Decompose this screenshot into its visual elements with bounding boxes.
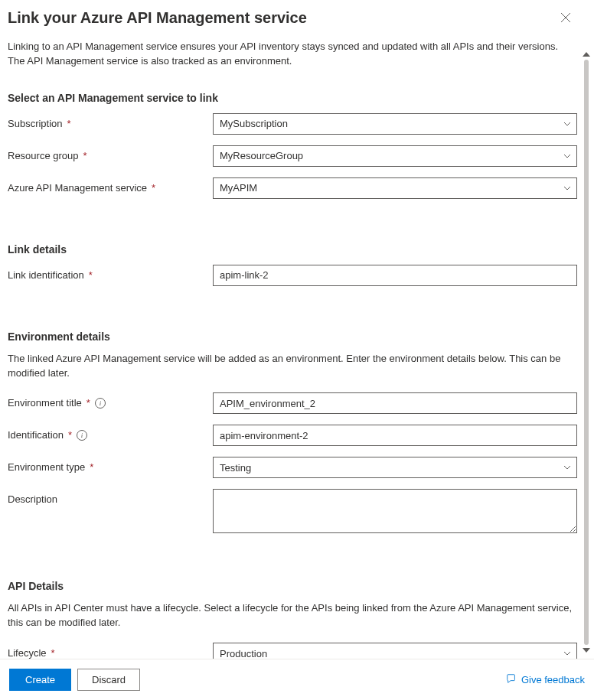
- resource-group-value: MyResourceGroup: [220, 150, 303, 161]
- description-textarea[interactable]: [213, 489, 577, 533]
- scroll-track[interactable]: [584, 60, 589, 645]
- dialog-pane: Link your Azure API Management service L…: [8, 0, 577, 654]
- header: Link your Azure API Management service: [8, 8, 577, 29]
- create-button[interactable]: Create: [9, 669, 71, 691]
- required-marker: *: [51, 647, 55, 659]
- resource-group-select[interactable]: MyResourceGroup: [213, 145, 577, 167]
- row-env-type: Environment type* Testing: [8, 457, 577, 478]
- info-icon[interactable]: i: [95, 398, 106, 409]
- row-link-identification: Link identification*: [8, 265, 577, 286]
- env-title-label: Environment title* i: [8, 392, 213, 409]
- discard-button[interactable]: Discard: [77, 669, 140, 691]
- scroll-down-icon[interactable]: [583, 648, 590, 653]
- required-marker: *: [67, 118, 71, 129]
- required-marker: *: [89, 269, 93, 281]
- footer-actions: Create Discard: [9, 669, 140, 691]
- chevron-down-icon: [563, 463, 572, 472]
- section-select-heading: Select an API Management service to link: [8, 92, 577, 104]
- close-icon: [560, 13, 571, 25]
- scrollbar[interactable]: [582, 52, 591, 653]
- identification-label: Identification* i: [8, 425, 213, 441]
- section-api-desc: All APIs in API Center must have a lifec…: [8, 601, 577, 630]
- apim-service-label: Azure API Management service*: [8, 177, 213, 194]
- env-title-input[interactable]: [213, 392, 577, 414]
- section-env-heading: Environment details: [8, 330, 577, 343]
- section-env-desc: The linked Azure API Management service …: [8, 352, 577, 381]
- row-resource-group: Resource group* MyResourceGroup: [8, 145, 577, 167]
- apim-service-select[interactable]: MyAPIM: [213, 177, 577, 199]
- page-title: Link your Azure API Management service: [8, 9, 307, 27]
- row-description: Description: [8, 489, 577, 536]
- give-feedback-link[interactable]: Give feedback: [506, 673, 585, 686]
- chevron-down-icon: [563, 151, 572, 161]
- chevron-down-icon: [563, 649, 572, 658]
- required-marker: *: [86, 397, 90, 409]
- row-identification: Identification* i: [8, 425, 577, 446]
- row-subscription: Subscription* MySubscription: [8, 113, 577, 135]
- close-button[interactable]: [556, 8, 576, 29]
- subscription-select[interactable]: MySubscription: [213, 113, 577, 135]
- lifecycle-label: Lifecycle*: [8, 643, 213, 659]
- required-marker: *: [83, 150, 87, 161]
- link-identification-input[interactable]: [213, 265, 577, 286]
- description-label: Description: [8, 489, 213, 505]
- env-type-value: Testing: [220, 462, 251, 474]
- section-link-heading: Link details: [8, 243, 577, 256]
- apim-service-value: MyAPIM: [220, 182, 257, 194]
- row-env-title: Environment title* i: [8, 392, 577, 414]
- subscription-label: Subscription*: [8, 113, 213, 129]
- feedback-icon: [506, 673, 517, 686]
- identification-input[interactable]: [213, 425, 577, 446]
- scroll-up-icon[interactable]: [583, 52, 590, 57]
- lifecycle-value: Production: [220, 648, 267, 659]
- footer: Create Discard Give feedback: [0, 659, 594, 700]
- env-type-select[interactable]: Testing: [213, 457, 577, 478]
- env-type-label: Environment type*: [8, 457, 213, 473]
- chevron-down-icon: [563, 184, 572, 193]
- required-marker: *: [152, 182, 155, 194]
- subscription-value: MySubscription: [220, 118, 288, 129]
- link-identification-label: Link identification*: [8, 265, 213, 281]
- row-apim-service: Azure API Management service* MyAPIM: [8, 177, 577, 199]
- chevron-down-icon: [563, 119, 572, 129]
- resource-group-label: Resource group*: [8, 145, 213, 161]
- info-icon[interactable]: i: [77, 430, 87, 441]
- intro-text: Linking to an API Management service ens…: [8, 40, 577, 69]
- required-marker: *: [90, 461, 93, 473]
- feedback-label: Give feedback: [521, 674, 585, 685]
- required-marker: *: [68, 429, 72, 441]
- section-api-heading: API Details: [8, 580, 577, 592]
